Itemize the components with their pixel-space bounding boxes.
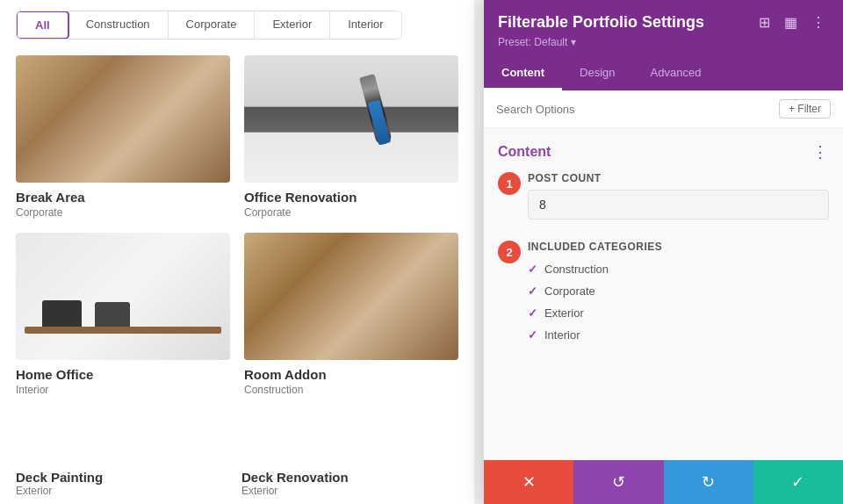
check-corporate-icon: ✓ — [528, 284, 537, 298]
desk-surface — [25, 327, 221, 334]
portfolio-item-room-addon: Room Addon Construction — [244, 233, 458, 396]
save-button[interactable]: ✓ — [753, 460, 843, 504]
tab-interior[interactable]: Interior — [330, 11, 400, 39]
portfolio-thumb-home-office — [16, 233, 230, 360]
panel-header-top: Filterable Portfolio Settings ⊞ ▦ ⋮ — [498, 12, 829, 32]
category-construction[interactable]: ✓ Construction — [528, 258, 829, 280]
categories-list: ✓ Construction ✓ Corporate ✓ Exterior — [528, 258, 829, 346]
panel-title: Filterable Portfolio Settings — [498, 13, 704, 32]
section-title: Content — [498, 144, 551, 160]
included-categories-label: Included Categories — [528, 241, 829, 253]
post-count-row: 1 Post Count — [498, 172, 829, 232]
search-bar: + Filter — [484, 90, 843, 128]
check-interior-icon: ✓ — [528, 328, 537, 342]
deck-reno-title: Deck Renovation — [241, 470, 458, 485]
redo-button[interactable]: ↻ — [664, 460, 753, 504]
included-categories-field: Included Categories ✓ Construction ✓ Cor… — [528, 241, 829, 346]
laptop2-icon — [95, 302, 130, 327]
bottom-card-deck-reno: Deck Renovation Exterior — [241, 470, 458, 497]
bottom-card-deck-painting: Deck Painting Exterior — [16, 470, 233, 497]
step-2-badge: 2 — [498, 241, 521, 263]
check-construction-icon: ✓ — [528, 263, 537, 276]
post-count-field: Post Count — [528, 172, 829, 232]
portfolio-area: All Construction Corporate Exterior Inte… — [0, 0, 474, 504]
tab-exterior[interactable]: Exterior — [255, 11, 330, 39]
portfolio-item-break-area: Break Area Corporate — [16, 55, 230, 219]
settings-panel: Filterable Portfolio Settings ⊞ ▦ ⋮ Pres… — [483, 0, 843, 504]
category-construction-label: Construction — [544, 263, 609, 276]
panel-body: + Filter Content ⋮ 1 Post Count 2 Includ… — [484, 90, 843, 460]
portfolio-item-office-reno: Office Renovation Corporate — [244, 55, 458, 219]
portfolio-title-home-office: Home Office — [16, 367, 230, 382]
check-exterior-icon: ✓ — [528, 306, 537, 320]
step-1-badge: 1 — [498, 172, 521, 195]
fullscreen-icon[interactable]: ⊞ — [755, 12, 774, 32]
action-bar: ✕ ↺ ↻ ✓ — [484, 460, 843, 504]
panel-preset[interactable]: Preset: Default — [498, 36, 829, 48]
panel-tabs: Content Design Advanced — [484, 57, 843, 90]
portfolio-title-break-area: Break Area — [16, 190, 230, 205]
portfolio-cat-break-area: Corporate — [16, 206, 230, 219]
panel-tab-design[interactable]: Design — [562, 57, 632, 90]
deck-painting-cat: Exterior — [16, 485, 233, 497]
portfolio-grid: Break Area Corporate Office Renovation C… — [16, 55, 458, 396]
more-icon[interactable]: ⋮ — [808, 12, 829, 32]
panel-tab-advanced[interactable]: Advanced — [633, 57, 719, 90]
bottom-cards: Deck Painting Exterior Deck Renovation E… — [0, 451, 474, 504]
category-interior[interactable]: ✓ Interior — [528, 324, 829, 346]
filter-button[interactable]: + Filter — [779, 99, 831, 119]
category-interior-label: Interior — [544, 328, 580, 342]
brush-handle — [367, 99, 390, 145]
panel-header: Filterable Portfolio Settings ⊞ ▦ ⋮ Pres… — [484, 0, 843, 57]
panel-tab-content[interactable]: Content — [484, 57, 562, 90]
portfolio-cat-office-reno: Corporate — [244, 206, 458, 219]
reset-button[interactable]: ↺ — [573, 460, 663, 504]
section-header: Content ⋮ — [498, 142, 829, 162]
laptop-icon — [42, 300, 82, 327]
tab-all[interactable]: All — [16, 11, 69, 40]
category-corporate-label: Corporate — [544, 284, 595, 298]
portfolio-thumb-office-reno — [244, 55, 458, 183]
panel-header-icons: ⊞ ▦ ⋮ — [755, 12, 829, 32]
filter-tabs: All Construction Corporate Exterior Inte… — [16, 11, 402, 40]
category-exterior-label: Exterior — [544, 306, 584, 320]
portfolio-title-office-reno: Office Renovation — [244, 190, 458, 205]
portfolio-cat-room-addon: Construction — [244, 384, 458, 396]
category-exterior[interactable]: ✓ Exterior — [528, 302, 829, 324]
portfolio-title-room-addon: Room Addon — [244, 367, 458, 382]
portfolio-thumb-break-area — [16, 55, 230, 183]
post-count-label: Post Count — [528, 172, 829, 184]
cancel-button[interactable]: ✕ — [484, 460, 573, 504]
post-count-input[interactable] — [528, 190, 829, 220]
brush-icon — [359, 74, 393, 146]
deck-painting-title: Deck Painting — [16, 470, 233, 485]
deck-reno-cat: Exterior — [241, 485, 458, 497]
panel-section-content: Content ⋮ 1 Post Count 2 Included Catego… — [484, 128, 843, 369]
search-input[interactable] — [496, 103, 779, 116]
portfolio-cat-home-office: Interior — [16, 384, 230, 396]
tab-construction[interactable]: Construction — [68, 11, 169, 39]
category-corporate[interactable]: ✓ Corporate — [528, 280, 829, 302]
columns-icon[interactable]: ▦ — [781, 12, 801, 32]
tab-corporate[interactable]: Corporate — [169, 11, 256, 39]
portfolio-item-home-office: Home Office Interior — [16, 233, 230, 396]
included-categories-row: 2 Included Categories ✓ Construction ✓ C… — [498, 241, 829, 346]
section-more-icon[interactable]: ⋮ — [812, 142, 829, 162]
portfolio-thumb-room-addon — [244, 233, 458, 360]
